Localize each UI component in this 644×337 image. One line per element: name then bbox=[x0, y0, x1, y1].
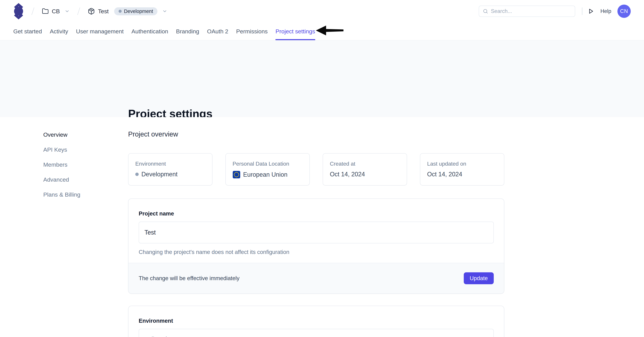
tab-oauth2[interactable]: OAuth 2 bbox=[207, 22, 228, 40]
card-label: Environment bbox=[135, 161, 205, 167]
update-button[interactable]: Update bbox=[464, 272, 494, 284]
tab-activity[interactable]: Activity bbox=[50, 22, 68, 40]
card-environment: Environment Development bbox=[128, 153, 212, 186]
card-value-text: Oct 14, 2024 bbox=[330, 171, 365, 178]
tab-project-settings[interactable]: Project settings bbox=[276, 22, 315, 40]
tab-permissions[interactable]: Permissions bbox=[236, 22, 268, 40]
tab-branding[interactable]: Branding bbox=[176, 22, 199, 40]
annotation-arrow-icon bbox=[316, 25, 344, 36]
card-value: Development bbox=[135, 171, 205, 178]
tab-authentication[interactable]: Authentication bbox=[132, 22, 168, 40]
sidebar-item-members[interactable]: Members bbox=[43, 162, 80, 167]
card-label: Last updated on bbox=[427, 161, 497, 167]
project-name-helper: Changing the project's name does not aff… bbox=[139, 249, 494, 255]
sidebar-item-overview[interactable]: Overview bbox=[43, 132, 80, 138]
environment-badge: Development bbox=[114, 7, 158, 15]
environment-badge-label: Development bbox=[124, 8, 153, 14]
eu-flag-icon bbox=[232, 171, 240, 179]
search-input[interactable] bbox=[491, 8, 571, 14]
play-icon[interactable] bbox=[588, 8, 594, 14]
environment-select[interactable]: Development bbox=[139, 329, 494, 337]
search-box[interactable] bbox=[479, 5, 575, 17]
topbar-divider bbox=[582, 7, 582, 15]
main-content: Overview API Keys Members Advanced Plans… bbox=[0, 117, 644, 337]
environment-label: Environment bbox=[139, 318, 494, 324]
org-switcher[interactable]: CB bbox=[42, 8, 70, 15]
project-name-panel-footer: The change will be effective immediately… bbox=[128, 263, 504, 294]
sidebar-item-plans-billing[interactable]: Plans & Billing bbox=[43, 192, 80, 197]
chevron-down-icon bbox=[162, 9, 167, 14]
sidebar-item-api-keys[interactable]: API Keys bbox=[43, 147, 80, 152]
environment-panel-body: Environment Development bbox=[128, 306, 504, 337]
project-name: Test bbox=[98, 8, 108, 15]
card-label: Created at bbox=[330, 161, 400, 167]
tab-user-management[interactable]: User management bbox=[76, 22, 124, 40]
sidebar-item-advanced[interactable]: Advanced bbox=[43, 177, 80, 182]
card-created-at: Created at Oct 14, 2024 bbox=[323, 153, 407, 186]
environment-select-value: Development bbox=[151, 336, 188, 337]
project-switcher[interactable]: Test Development bbox=[88, 7, 167, 15]
tab-get-started[interactable]: Get started bbox=[13, 22, 42, 40]
status-dot-icon bbox=[118, 10, 122, 13]
search-icon bbox=[483, 8, 488, 14]
chevron-down-icon bbox=[482, 336, 488, 337]
package-icon bbox=[88, 8, 95, 15]
overview-cards: Environment Development Personal Data Lo… bbox=[128, 153, 504, 186]
page-header: Project settings Project settings / Over… bbox=[0, 41, 644, 117]
section-title: Project overview bbox=[128, 130, 178, 138]
card-value-text: European Union bbox=[243, 171, 288, 178]
corbado-logo-icon[interactable] bbox=[13, 2, 24, 20]
card-data-location: Personal Data Location Europea bbox=[226, 153, 310, 186]
chevron-down-icon bbox=[64, 9, 70, 14]
environment-panel: Environment Development bbox=[128, 306, 504, 337]
project-name-input[interactable] bbox=[139, 222, 494, 243]
project-name-panel: Project name Changing the project's name… bbox=[128, 198, 504, 294]
project-name-panel-body: Project name Changing the project's name… bbox=[128, 199, 504, 255]
folder-icon bbox=[42, 8, 49, 15]
card-value-text: Oct 14, 2024 bbox=[427, 171, 462, 178]
project-name-label: Project name bbox=[139, 210, 494, 217]
breadcrumb-slash-icon bbox=[77, 7, 80, 15]
card-value-text: Development bbox=[142, 171, 178, 178]
card-value: European Union bbox=[232, 171, 302, 179]
user-avatar[interactable]: CN bbox=[618, 4, 631, 18]
settings-sidebar: Overview API Keys Members Advanced Plans… bbox=[43, 132, 80, 197]
status-dot-icon bbox=[135, 173, 139, 176]
topbar-left: CB Test Development bbox=[13, 2, 167, 20]
card-last-updated: Last updated on Oct 14, 2024 bbox=[420, 153, 504, 186]
breadcrumb-slash-icon bbox=[32, 7, 34, 15]
org-name: CB bbox=[52, 8, 60, 15]
topbar-right: Help CN bbox=[479, 4, 631, 18]
help-link[interactable]: Help bbox=[600, 8, 611, 14]
footer-note: The change will be effective immediately bbox=[139, 275, 240, 282]
topbar: CB Test Development bbox=[0, 0, 644, 22]
card-label: Personal Data Location bbox=[232, 161, 302, 167]
card-value: Oct 14, 2024 bbox=[330, 171, 400, 178]
card-value: Oct 14, 2024 bbox=[427, 171, 497, 178]
